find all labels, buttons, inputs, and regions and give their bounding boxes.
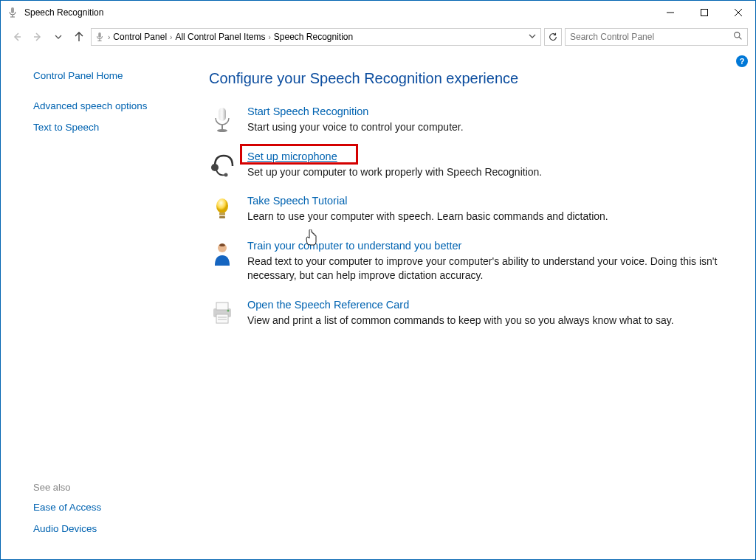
svg-point-19: [224, 173, 228, 176]
chevron-down-icon: [529, 32, 536, 40]
refresh-icon: [548, 32, 558, 42]
microphone-icon: [7, 7, 18, 18]
breadcrumb-separator: ›: [268, 33, 270, 41]
svg-rect-10: [98, 32, 101, 38]
svg-rect-21: [219, 212, 225, 215]
text-to-speech-link[interactable]: Text to Speech: [33, 122, 171, 133]
recent-locations-button[interactable]: [49, 28, 67, 46]
up-button[interactable]: [70, 28, 88, 46]
task-train-computer: Train your computer to understand you be…: [209, 239, 732, 283]
see-also-heading: See also: [33, 482, 101, 493]
breadcrumb-item[interactable]: All Control Panel Items: [175, 32, 265, 42]
arrow-up-icon: [73, 31, 85, 43]
headset-icon: [209, 151, 236, 178]
lightbulb-icon: [209, 196, 236, 222]
task-description: Read text to your computer to improve yo…: [247, 255, 732, 283]
left-nav: Control Panel Home Advanced speech optio…: [1, 49, 185, 559]
svg-rect-25: [216, 303, 228, 310]
microphone-icon: [209, 106, 236, 133]
task-setup-microphone: Set up microphone Set up your computer t…: [209, 150, 732, 180]
content-area: ? Control Panel Home Advanced speech opt…: [1, 49, 755, 559]
microphone-icon: [94, 32, 105, 42]
task-description: Start using your voice to control your c…: [247, 120, 732, 135]
close-icon: [735, 9, 742, 16]
search-icon: [733, 31, 743, 43]
minimize-icon: [667, 9, 674, 16]
breadcrumb-item[interactable]: Speech Recognition: [274, 32, 353, 42]
forward-button[interactable]: [29, 28, 47, 46]
svg-point-13: [735, 32, 740, 38]
breadcrumb-separator: ›: [108, 33, 110, 41]
main-panel: Configure your Speech Recognition experi…: [185, 49, 755, 559]
title-bar: Speech Recognition: [1, 1, 755, 24]
minimize-button[interactable]: [653, 1, 687, 24]
breadcrumb-item[interactable]: Control Panel: [113, 32, 167, 42]
person-icon: [209, 241, 236, 267]
start-speech-recognition-link[interactable]: Start Speech Recognition: [247, 106, 368, 117]
advanced-speech-options-link[interactable]: Advanced speech options: [33, 100, 171, 111]
svg-rect-4: [701, 10, 708, 16]
breadcrumb-separator: ›: [170, 33, 172, 41]
task-description: Learn to use your computer with speech. …: [247, 210, 732, 224]
task-reference-card: Open the Speech Reference Card View and …: [209, 298, 732, 328]
svg-rect-15: [219, 108, 226, 121]
task-speech-tutorial: Take Speech Tutorial Learn to use your c…: [209, 194, 732, 224]
window-controls: [653, 1, 755, 24]
search-box[interactable]: [565, 28, 748, 46]
task-description: View and print a list of common commands…: [247, 314, 732, 328]
train-computer-link[interactable]: Train your computer to understand you be…: [247, 240, 461, 252]
maximize-button[interactable]: [687, 1, 721, 24]
svg-rect-26: [216, 314, 228, 323]
help-button[interactable]: ?: [736, 55, 748, 67]
arrow-left-icon: [11, 31, 23, 43]
ease-of-access-link[interactable]: Ease of Access: [33, 502, 101, 513]
control-panel-home-link[interactable]: Control Panel Home: [33, 70, 171, 81]
back-button[interactable]: [8, 28, 26, 46]
svg-point-29: [227, 309, 230, 311]
svg-point-20: [216, 198, 228, 213]
maximize-icon: [701, 9, 708, 16]
address-box[interactable]: › Control Panel › All Control Panel Item…: [91, 28, 541, 46]
take-speech-tutorial-link[interactable]: Take Speech Tutorial: [247, 195, 347, 207]
refresh-button[interactable]: [544, 28, 562, 46]
search-input[interactable]: [570, 32, 743, 42]
svg-rect-0: [11, 7, 14, 13]
arrow-right-icon: [32, 31, 44, 43]
window-title: Speech Recognition: [24, 7, 103, 18]
task-description: Set up your computer to work properly wi…: [247, 165, 732, 180]
task-start-speech: Start Speech Recognition Start using you…: [209, 105, 732, 135]
printer-icon: [209, 300, 236, 326]
address-bar: › Control Panel › All Control Panel Item…: [1, 24, 755, 49]
open-reference-card-link[interactable]: Open the Speech Reference Card: [247, 299, 409, 311]
address-dropdown[interactable]: [527, 32, 537, 41]
close-button[interactable]: [721, 1, 755, 24]
svg-point-18: [211, 164, 219, 171]
set-up-microphone-link[interactable]: Set up microphone: [247, 151, 337, 162]
audio-devices-link[interactable]: Audio Devices: [33, 523, 101, 534]
svg-rect-22: [219, 216, 225, 218]
see-also-section: See also Ease of Access Audio Devices: [33, 482, 101, 545]
svg-line-14: [739, 37, 741, 39]
page-title: Configure your Speech Recognition experi…: [209, 70, 732, 87]
chevron-down-icon: [55, 33, 62, 41]
svg-point-17: [217, 129, 227, 132]
